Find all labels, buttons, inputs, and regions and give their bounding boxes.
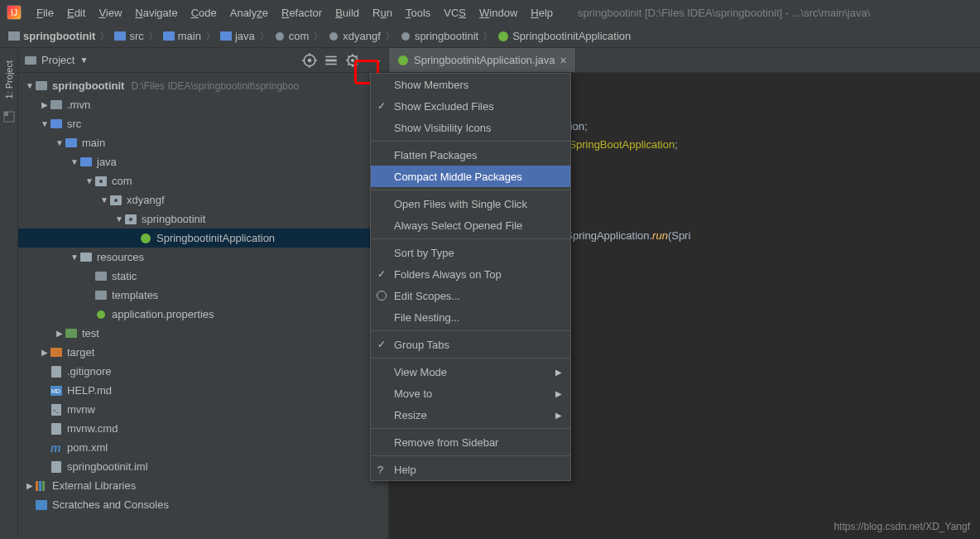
tree-item-templates[interactable]: templates — [18, 286, 388, 305]
breadcrumb-item-java[interactable]: java — [220, 30, 255, 42]
tree-item-resources[interactable]: ▼resources — [18, 248, 388, 267]
breadcrumb-item-com[interactable]: com — [274, 30, 310, 42]
menu-item-sort-by-type[interactable]: Sort by Type — [371, 242, 570, 263]
tree-item-HELP-md[interactable]: MDHELP.md — [18, 381, 388, 400]
tree-item-com[interactable]: ▼com — [18, 171, 388, 190]
tree-arrow-icon[interactable]: ▶ — [55, 329, 65, 338]
tree-node-icon: >_ — [50, 404, 63, 416]
menu-analyze[interactable]: Analyze — [223, 3, 275, 22]
breadcrumb-item-springbootinit[interactable]: springbootinit — [8, 30, 95, 42]
tree-node-icon — [139, 233, 152, 244]
menu-item-view-mode[interactable]: View Mode▶ — [371, 361, 570, 383]
submenu-arrow-icon: ▶ — [555, 368, 562, 377]
expand-all-icon[interactable] — [324, 53, 339, 68]
breadcrumb-item-main[interactable]: main — [163, 30, 201, 42]
tree-label: main — [82, 137, 105, 149]
tree-arrow-icon[interactable]: ▼ — [70, 157, 79, 166]
tree-item-springbootinit[interactable]: ▼springbootinit — [18, 209, 388, 229]
tree-arrow-icon[interactable]: ▶ — [25, 481, 35, 490]
menu-item-file-nesting-[interactable]: File Nesting... — [371, 306, 570, 328]
menu-file[interactable]: File — [30, 3, 60, 22]
menu-run[interactable]: Run — [366, 3, 399, 22]
tree-arrow-icon[interactable]: ▼ — [70, 253, 79, 262]
tree-item-Scratches and Consoles[interactable]: Scratches and Consoles — [18, 495, 388, 514]
menu-item-flatten-packages[interactable]: Flatten Packages — [371, 144, 570, 166]
menu-item-label: Edit Scopes... — [394, 290, 460, 302]
menu-navigate[interactable]: Navigate — [128, 3, 184, 22]
menu-window[interactable]: Window — [473, 3, 524, 22]
tab-close-icon[interactable]: × — [560, 54, 567, 67]
menu-item-group-tabs[interactable]: ✓Group Tabs — [371, 334, 570, 355]
menu-item-show-members[interactable]: Show Members — [371, 74, 570, 95]
tree-node-icon — [50, 347, 63, 359]
tree-item-SpringbootinitApplication[interactable]: SpringbootinitApplication — [18, 229, 388, 248]
tree-item-test[interactable]: ▶test — [18, 324, 388, 343]
select-target-icon[interactable] — [302, 53, 317, 68]
svg-point-19 — [99, 180, 103, 183]
menu-item-open-files-with-single-click[interactable]: Open Files with Single Click — [371, 193, 570, 214]
submenu-arrow-icon: ▶ — [555, 389, 562, 398]
gutter-project-tab[interactable]: 1: Project — [4, 56, 14, 103]
tree-label: springbootinit — [142, 213, 205, 225]
menu-item-compact-middle-packages[interactable]: Compact Middle Packages — [371, 166, 570, 187]
structure-icon[interactable] — [3, 111, 15, 123]
menu-separator — [371, 238, 570, 239]
menu-help[interactable]: Help — [524, 3, 560, 22]
menu-item-show-excluded-files[interactable]: ✓Show Excluded Files — [371, 95, 570, 117]
menu-item-resize[interactable]: Resize▶ — [371, 404, 570, 426]
tree-arrow-icon[interactable]: ▼ — [114, 214, 124, 224]
menu-item-folders-always-on-top[interactable]: ✓Folders Always on Top — [371, 263, 570, 285]
panel-title-row[interactable]: Project ▼ — [25, 54, 302, 66]
svg-rect-33 — [51, 461, 61, 473]
editor-tab[interactable]: SpringbootinitApplication.java × — [389, 48, 576, 72]
tree-arrow-icon[interactable]: ▼ — [40, 119, 50, 128]
tree-item-mvnw[interactable]: >_mvnw — [18, 400, 388, 419]
menu-refactor[interactable]: Refactor — [275, 3, 329, 22]
tree-item-static[interactable]: static — [18, 267, 388, 286]
tree-item-External Libraries[interactable]: ▶External Libraries — [18, 476, 388, 495]
tree-item--gitignore[interactable]: .gitignore — [18, 362, 388, 381]
menu-item-label: View Mode — [394, 366, 447, 378]
tree-item--mvn[interactable]: ▶.mvn — [18, 95, 388, 114]
tree-arrow-icon[interactable]: ▶ — [40, 348, 50, 357]
menu-item-remove-from-sidebar[interactable]: Remove from Sidebar — [371, 431, 570, 453]
breadcrumb-item-xdyangf[interactable]: xdyangf — [328, 30, 381, 42]
menu-item-move-to[interactable]: Move to▶ — [371, 383, 570, 404]
tree-item-pom-xml[interactable]: mpom.xml — [18, 438, 388, 457]
tree-item-target[interactable]: ▶target — [18, 343, 388, 362]
menu-item-edit-scopes-[interactable]: Edit Scopes... — [371, 285, 570, 306]
svg-point-25 — [97, 310, 105, 319]
menu-item-always-select-opened-file[interactable]: Always Select Opened File — [371, 214, 570, 236]
svg-point-3 — [498, 31, 508, 41]
menu-item-label: Show Members — [394, 79, 468, 91]
tree-item-java[interactable]: ▼java — [18, 152, 388, 171]
tree-item-mvnw-cmd[interactable]: mvnw.cmd — [18, 419, 388, 438]
tree-arrow-icon[interactable]: ▶ — [40, 100, 50, 109]
menu-vcs[interactable]: VCS — [437, 3, 473, 22]
menu-separator — [371, 428, 570, 429]
menu-tools[interactable]: Tools — [399, 3, 437, 22]
tree-item-application-properties[interactable]: application.properties — [18, 305, 388, 324]
breadcrumb-item-src[interactable]: src — [114, 30, 143, 42]
tree-item-xdyangf[interactable]: ▼xdyangf — [18, 190, 388, 209]
tree-arrow-icon[interactable]: ▼ — [99, 195, 109, 205]
breadcrumb-item-SpringbootinitApplication[interactable]: SpringbootinitApplication — [497, 30, 631, 42]
tree-item-springbootinit[interactable]: ▼springbootinitD:\Files IDEA\springbooti… — [18, 76, 388, 95]
menu-view[interactable]: View — [92, 3, 128, 22]
menu-item-label: Always Select Opened File — [394, 219, 522, 232]
tree-item-main[interactable]: ▼main — [18, 133, 388, 152]
tree-item-springbootinit-iml[interactable]: springbootinit.iml — [18, 457, 388, 476]
menu-build[interactable]: Build — [329, 3, 366, 22]
breadcrumb-item-springbootinit[interactable]: springbootinit — [400, 30, 478, 42]
project-tree: ▼springbootinitD:\Files IDEA\springbooti… — [18, 73, 388, 539]
menu-edit[interactable]: Edit — [60, 3, 92, 22]
menu-item-help[interactable]: ?Help — [371, 459, 570, 480]
tree-arrow-icon[interactable]: ▼ — [25, 81, 35, 90]
tree-item-src[interactable]: ▼src — [18, 114, 388, 133]
tree-arrow-icon[interactable]: ▼ — [55, 138, 65, 147]
menu-code[interactable]: Code — [185, 3, 223, 22]
tree-label: External Libraries — [52, 479, 136, 492]
tree-arrow-icon[interactable]: ▼ — [84, 176, 94, 185]
menu-item-show-visibility-icons[interactable]: Show Visibility Icons — [371, 117, 570, 138]
submenu-arrow-icon: ▶ — [555, 411, 562, 420]
